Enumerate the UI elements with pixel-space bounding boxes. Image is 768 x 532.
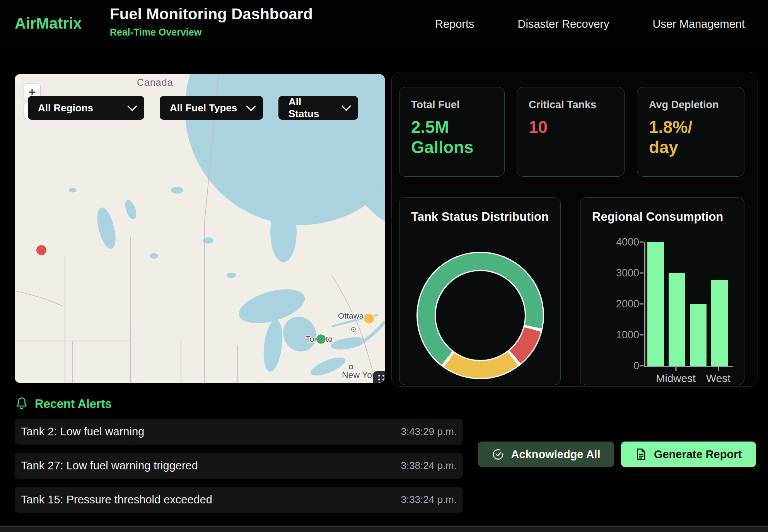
y-axis-label: 4000 [616, 236, 639, 248]
status-filter-value: All Status [288, 96, 333, 120]
y-axis-label: 0 [633, 360, 639, 372]
x-axis-label: Midwest [656, 372, 696, 385]
bar-segment [690, 304, 707, 366]
map-marker-critical[interactable] [36, 245, 46, 255]
generate-report-label: Generate Report [654, 448, 742, 461]
stat-label: Critical Tanks [529, 99, 613, 111]
stat-label: Avg Depletion [649, 99, 732, 111]
brand-logo: AirMatrix [15, 15, 82, 32]
region-filter-select[interactable]: All Regions [28, 96, 144, 120]
alert-row[interactable]: Tank 27: Low fuel warning triggered 3:38… [15, 453, 463, 479]
fuel-type-filter-value: All Fuel Types [170, 102, 237, 114]
page-title-block: Fuel Monitoring Dashboard Real-Time Over… [110, 5, 313, 38]
chevron-down-icon [246, 101, 256, 111]
alert-time: 3:33:24 p.m. [401, 494, 457, 506]
map-filter-bar: All Regions All Fuel Types All Status [28, 96, 358, 120]
alert-text: Tank 2: Low fuel warning [21, 425, 144, 438]
chevron-down-icon [127, 101, 137, 111]
alert-time: 3:38:24 p.m. [401, 460, 457, 472]
map-marker-normal[interactable] [316, 334, 326, 344]
generate-report-button[interactable]: Generate Report [621, 442, 756, 467]
stat-value: 2.5M Gallons [411, 117, 493, 157]
map-marker-warning[interactable] [364, 313, 374, 324]
bar-ymarks [640, 242, 643, 366]
document-icon [635, 448, 647, 460]
page-subtitle: Real-Time Overview [110, 27, 313, 38]
alert-text: Tank 15: Pressure threshold exceeded [21, 493, 212, 506]
map-canvas: Canada Ottawa Toronto New York [15, 74, 385, 383]
alert-text: Tank 27: Low fuel warning triggered [21, 459, 198, 472]
y-axis-label: 3000 [616, 267, 639, 279]
map-resize-handle[interactable] [373, 371, 385, 383]
chart-title: Tank Status Distribution [411, 210, 549, 224]
check-circle-icon [492, 448, 504, 460]
page-title: Fuel Monitoring Dashboard [110, 5, 313, 23]
nav-item-reports[interactable]: Reports [435, 18, 474, 31]
bar-segment [647, 242, 664, 366]
status-filter-select[interactable]: All Status [278, 96, 358, 120]
bell-icon [15, 397, 29, 411]
regional-consumption-chart-card: Regional Consumption 01000200030004000 M… [580, 197, 744, 385]
map-label-ottawa: Ottawa [338, 311, 364, 320]
alert-time: 3:43:29 p.m. [401, 426, 457, 438]
recent-alerts-title: Recent Alerts [35, 397, 112, 411]
chevron-down-icon [341, 101, 351, 111]
nav-item-user-management[interactable]: User Management [652, 18, 745, 31]
main-nav: Reports Disaster Recovery User Managemen… [435, 0, 745, 48]
dashboard-root: AirMatrix Fuel Monitoring Dashboard Real… [0, 0, 768, 532]
donut-hole [435, 270, 526, 361]
x-axis-label: West [706, 372, 730, 385]
bar-plot [644, 242, 733, 367]
y-axis-label: 1000 [616, 329, 639, 341]
alert-row[interactable]: Tank 2: Low fuel warning 3:43:29 p.m. [15, 419, 463, 445]
bar-segment [711, 280, 728, 366]
stat-card-total-fuel: Total Fuel 2.5M Gallons [399, 87, 505, 177]
stat-card-avg-depletion: Avg Depletion 1.8%/ day [637, 87, 744, 177]
stat-value: 10 [529, 117, 613, 137]
chart-title: Regional Consumption [592, 210, 723, 224]
acknowledge-all-label: Acknowledge All [511, 448, 601, 461]
stat-label: Total Fuel [411, 99, 493, 111]
map-label-canada: Canada [137, 77, 173, 88]
header: AirMatrix Fuel Monitoring Dashboard Real… [0, 0, 768, 48]
donut-chart [416, 252, 544, 379]
acknowledge-all-button[interactable]: Acknowledge All [478, 442, 614, 467]
stat-value: 1.8%/ day [649, 117, 732, 157]
stat-card-critical-tanks: Critical Tanks 10 [517, 87, 625, 177]
bar-segment [669, 273, 685, 366]
bar-ylabels: 01000200030004000 [601, 242, 639, 366]
tank-status-chart-card: Tank Status Distribution [399, 197, 561, 385]
map-panel[interactable]: Canada Ottawa Toronto New York + − All R… [15, 74, 385, 383]
fuel-type-filter-select[interactable]: All Fuel Types [160, 96, 263, 120]
bar-xmarks [644, 367, 730, 371]
region-filter-value: All Regions [38, 102, 93, 114]
y-axis-label: 2000 [616, 298, 639, 310]
nav-item-disaster-recovery[interactable]: Disaster Recovery [518, 18, 609, 31]
recent-alerts-heading: Recent Alerts [15, 397, 112, 411]
footer-strip [0, 526, 768, 532]
alert-row[interactable]: Tank 15: Pressure threshold exceeded 3:3… [15, 487, 463, 513]
